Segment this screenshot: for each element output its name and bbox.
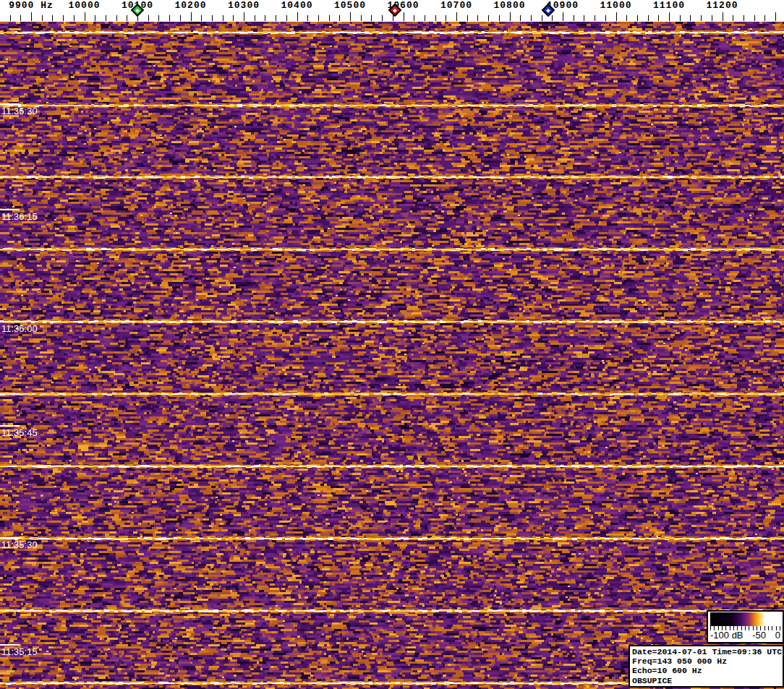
freq-tick — [158, 15, 159, 21]
diamond-core — [135, 8, 140, 12]
freq-tick — [42, 15, 43, 21]
freq-tick — [414, 15, 414, 21]
freq-tick — [520, 15, 521, 21]
time-tick — [0, 425, 20, 427]
freq-tick — [318, 15, 319, 21]
freq-tick — [531, 15, 532, 21]
freq-tick-label: 10200 — [174, 0, 206, 11]
freq-tick — [233, 15, 234, 21]
time-label: 11:35:15 — [1, 647, 38, 657]
freq-tick — [382, 15, 383, 21]
colorbar: -100 dB -50 0 — [707, 610, 784, 643]
freq-tick — [307, 15, 308, 21]
time-tick — [0, 103, 20, 105]
freq-tick — [552, 15, 553, 21]
freq-tick — [510, 12, 511, 21]
freq-tick — [574, 15, 574, 21]
freq-tick — [563, 12, 563, 21]
freq-tick — [116, 15, 117, 21]
freq-tick — [255, 15, 255, 21]
colorbar-label-min: -100 dB — [710, 630, 743, 641]
colorbar-label-mid: -50 — [752, 630, 766, 641]
freq-tick — [371, 15, 372, 21]
freq-tick-label: 11100 — [653, 0, 685, 11]
info-line-date: Date=2014-07-01 Time=09:36 UTC — [632, 647, 780, 656]
freq-tick — [595, 15, 595, 21]
freq-tick — [393, 15, 393, 21]
freq-tick — [350, 12, 351, 21]
freq-tick — [743, 15, 744, 21]
freq-tick — [637, 15, 638, 21]
colorbar-label-max: 0 — [775, 630, 780, 641]
time-label: 11:36:15 — [1, 212, 38, 222]
diamond-core — [393, 8, 398, 12]
freq-tick — [775, 12, 776, 21]
time-tick — [0, 644, 20, 646]
freq-tick — [701, 15, 702, 21]
colorbar-tick — [772, 626, 772, 630]
info-box: Date=2014-07-01 Time=09:36 UTC Freq=143 … — [629, 645, 784, 688]
freq-tick-label: 10500 — [334, 0, 366, 11]
freq-tick — [435, 15, 436, 21]
colorbar-labels: -100 dB -50 0 — [710, 630, 780, 641]
freq-tick — [723, 12, 723, 21]
freq-tick — [733, 15, 733, 21]
freq-tick-label: 10700 — [440, 0, 472, 11]
freq-tick — [63, 15, 64, 21]
freq-tick — [180, 15, 181, 21]
freq-tick — [31, 12, 32, 21]
freq-tick — [169, 15, 170, 21]
freq-tick — [95, 15, 95, 21]
time-tick — [0, 537, 20, 539]
freq-tick — [223, 15, 223, 21]
freq-tick — [361, 15, 362, 21]
freq-tick — [764, 15, 765, 21]
info-line-freq: Freq=143 050 000 Hz — [632, 656, 780, 666]
freq-tick — [265, 15, 265, 21]
freq-tick-label: 11200 — [706, 0, 738, 11]
freq-tick — [446, 15, 446, 21]
time-label: 11:35:45 — [1, 428, 38, 438]
freq-tick-label: 10400 — [281, 0, 312, 11]
info-line-echo: Echo=10 600 Hz — [632, 666, 780, 675]
freq-tick — [106, 15, 106, 21]
freq-tick — [616, 12, 617, 21]
freq-tick — [499, 15, 500, 21]
freq-tick — [626, 15, 627, 21]
freq-tick-label: 10800 — [493, 0, 525, 11]
freq-tick — [10, 15, 11, 21]
freq-tick — [20, 15, 21, 21]
frequency-axis: 9900 Hz100001010010200103001040010500106… — [0, 0, 784, 22]
freq-tick — [669, 12, 670, 21]
freq-tick — [74, 15, 74, 21]
spectrogram-canvas — [0, 22, 784, 689]
colorbar-tick — [745, 626, 746, 630]
freq-tick-label: 11000 — [600, 0, 631, 11]
freq-tick — [212, 15, 213, 21]
diamond-core — [546, 8, 550, 12]
freq-tick-label: 10300 — [228, 0, 260, 11]
freq-tick-label: 10000 — [68, 0, 100, 11]
freq-tick — [542, 15, 542, 21]
freq-tick — [648, 15, 649, 21]
time-tick — [0, 321, 20, 322]
freq-tick — [690, 15, 691, 21]
freq-tick — [456, 12, 457, 21]
freq-tick — [467, 15, 468, 21]
freq-tick — [712, 15, 712, 21]
freq-tick — [605, 15, 606, 21]
freq-tick — [477, 15, 478, 21]
freq-tick — [286, 15, 287, 21]
colorbar-tick — [749, 626, 749, 630]
freq-tick-label: 9900 Hz — [9, 0, 54, 11]
freq-tick — [658, 15, 659, 21]
freq-tick — [488, 15, 489, 21]
time-label: 11:36:30 — [1, 106, 38, 116]
time-label: 11:35:30 — [1, 540, 38, 550]
time-tick — [0, 209, 20, 210]
colorbar-tick — [768, 626, 769, 630]
freq-tick — [191, 12, 192, 21]
freq-tick — [680, 15, 681, 21]
freq-tick — [148, 15, 149, 21]
freq-tick — [584, 15, 584, 21]
